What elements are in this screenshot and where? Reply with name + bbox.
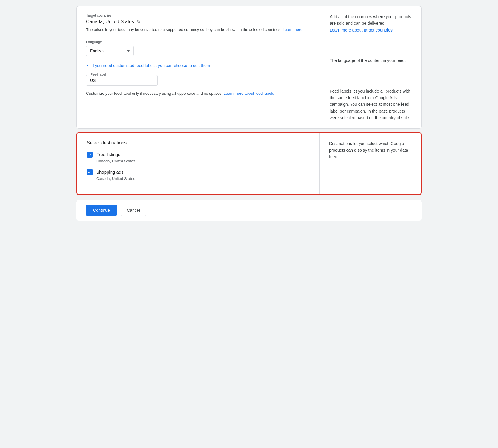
feed-label-floating-label: Feed label [89, 73, 107, 76]
top-card-left: Target countries Canada, United States ✎… [77, 6, 320, 128]
top-card: Target countries Canada, United States ✎… [76, 6, 422, 129]
destinations-left: Select destinations Free listings Canada… [77, 133, 320, 194]
free-listings-label: Free listings [96, 152, 120, 157]
target-countries-description: The prices in your feed may be converted… [86, 27, 310, 33]
chevron-up-icon [86, 65, 89, 66]
feed-label-wrapper: Feed label [86, 75, 158, 86]
target-countries-learn-more-link[interactable]: Learn more [283, 27, 302, 32]
feed-label-input[interactable] [90, 78, 154, 83]
continue-button[interactable]: Continue [86, 205, 117, 216]
edit-icon[interactable]: ✎ [136, 19, 140, 24]
feed-label-description: Customize your feed label only if necess… [86, 91, 310, 97]
shopping-ads-countries: Canada, United States [96, 176, 310, 181]
chevron-down-icon [127, 50, 130, 52]
shopping-ads-row: Shopping ads [87, 169, 310, 175]
shopping-ads-checkbox[interactable] [87, 169, 93, 175]
target-countries-value: Canada, United States [86, 19, 134, 24]
list-item: Free listings Canada, United States [87, 152, 310, 163]
language-label: Language [86, 40, 310, 44]
destinations-title: Select destinations [87, 140, 310, 146]
top-card-inner: Target countries Canada, United States ✎… [77, 6, 421, 128]
free-listings-row: Free listings [87, 152, 310, 158]
destinations-right-text: Destinations let you select which Google… [329, 140, 411, 160]
feed-labels-right-panel: Feed labels let you include all products… [330, 88, 412, 121]
destinations-card: Select destinations Free listings Canada… [76, 132, 422, 195]
language-right-panel: The language of the content in your feed… [330, 57, 412, 64]
destinations-right: Destinations let you select which Google… [320, 133, 421, 194]
target-countries-title: Canada, United States ✎ [86, 19, 310, 24]
feed-labels-collapsible-label: If you need customized feed labels, you … [91, 63, 210, 68]
target-countries-right-text: Add all of the countries where your prod… [330, 13, 412, 33]
free-listings-checkbox[interactable] [87, 152, 93, 158]
feed-labels-right-text: Feed labels let you include all products… [330, 88, 412, 121]
footer: Continue Cancel [76, 200, 422, 221]
target-countries-learn-more-right-link[interactable]: Learn more about target countries [330, 28, 393, 32]
language-value: English [90, 49, 104, 53]
language-right-text: The language of the content in your feed… [330, 57, 412, 64]
destinations-card-inner: Select destinations Free listings Canada… [77, 133, 421, 194]
feed-labels-learn-more-link[interactable]: Learn more about feed labels [224, 91, 274, 96]
target-countries-label: Target countries [86, 13, 310, 18]
shopping-ads-label: Shopping ads [96, 169, 124, 175]
feed-labels-collapsible[interactable]: If you need customized feed labels, you … [86, 63, 310, 68]
page-wrapper: Target countries Canada, United States ✎… [76, 6, 422, 221]
target-countries-right-panel: Add all of the countries where your prod… [330, 13, 412, 33]
cancel-button[interactable]: Cancel [121, 205, 146, 216]
free-listings-countries: Canada, United States [96, 159, 310, 163]
top-card-right: Add all of the countries where your prod… [320, 6, 421, 128]
list-item: Shopping ads Canada, United States [87, 169, 310, 181]
language-select[interactable]: English [86, 46, 134, 56]
